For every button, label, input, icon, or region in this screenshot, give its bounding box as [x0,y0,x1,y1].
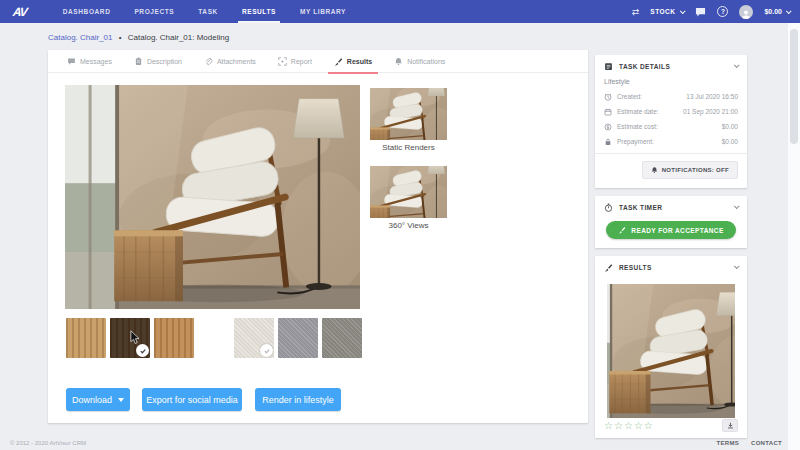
render-in-lifestyle-button[interactable]: Render in lifestyle [255,388,341,411]
avatar[interactable] [739,5,753,19]
footer-links: TERMS CONTACT [717,440,782,446]
nav-item-projects[interactable]: PROJECTS [122,0,186,23]
bell-icon [394,57,403,66]
task-category: Lifestyle [595,77,747,89]
navbar-right: ⇄ STOCK ? $0.00 [632,5,790,19]
nav-item-my-library[interactable]: MY LIBRARY [288,0,358,23]
terms-link[interactable]: TERMS [717,440,740,446]
brush-icon [604,263,613,272]
nav-item-results[interactable]: RESULTS [230,0,288,23]
detail-label: Created: [617,93,642,100]
detail-value: $0.00 [722,138,738,145]
result-preview-image[interactable] [607,284,735,418]
download-icon [727,422,734,429]
contact-link[interactable]: CONTACT [751,440,782,446]
tab-messages[interactable]: Messages [56,50,123,73]
chevron-down-icon [680,8,686,14]
selected-check-icon [136,344,149,357]
detail-value: 13 Jul 2020 16:50 [686,93,738,100]
app-logo[interactable]: AV [12,5,27,19]
notifications-toggle-label: NOTIFICATIONS: OFF [662,167,729,173]
export-social-media-button[interactable]: Export for social media [142,388,242,411]
star-rating[interactable]: ☆☆☆☆☆ [604,421,654,431]
tab-label: Messages [80,58,112,65]
mouse-cursor-icon [130,330,140,345]
tab-results[interactable]: Results [323,50,383,73]
balance-selector[interactable]: $0.00 [764,8,790,15]
breadcrumb-current: Catalog. Chair_01: Modeling [128,33,229,42]
static-renders-thumbnail[interactable] [370,88,447,140]
swatch-fabric-taupe[interactable] [322,318,362,358]
task-details-icon [604,62,613,71]
task-details-panel: TASK DETAILS Lifestyle Created: 13 Jul 2… [595,55,747,188]
detail-value: 01 Sep 2020 21:00 [683,108,738,115]
copyright-text: © 2012 - 2020 ArtVisor CRM [10,440,86,446]
results-title: RESULTS [619,264,652,271]
detail-row-estimate-cost: Estimate cost: $0.00 [595,119,747,134]
clock-icon [604,93,612,101]
tab-attachments[interactable]: Attachments [193,50,267,73]
task-timer-header[interactable]: TASK TIMER [595,196,747,218]
nav-item-dashboard[interactable]: DASHBOARD [51,0,123,23]
caret-down-icon [118,398,124,402]
notifications-toggle-button[interactable]: NOTIFICATIONS: OFF [642,161,738,179]
tab-label: Report [291,58,312,65]
breadcrumb-separator: • [119,33,122,42]
detail-label: Estimate cost: [617,123,658,130]
main-menu: DASHBOARD PROJECTS TASK RESULTS MY LIBRA… [51,0,358,23]
render-label: Render in lifestyle [262,395,334,405]
task-details-header[interactable]: TASK DETAILS [595,55,747,77]
static-renders-label: Static Renders [370,143,447,152]
nav-item-task[interactable]: TASK [186,0,230,23]
tab-label: Notifications [407,58,445,65]
calendar-icon [604,108,612,116]
tab-description[interactable]: Description [123,50,193,73]
top-navbar: AV DASHBOARD PROJECTS TASK RESULTS MY LI… [0,0,800,23]
views-360-thumbnail[interactable] [370,166,447,218]
breadcrumb-parent-link[interactable]: Catalog. Chair_01 [48,33,112,42]
scrollbar-thumb[interactable] [790,29,798,144]
result-download-button[interactable] [722,419,738,432]
swatch-wood-dark-walnut[interactable] [110,318,150,358]
task-tabs: Messages Description Attachments Report … [48,50,588,73]
main-render-image[interactable] [65,85,360,309]
chevron-down-icon [786,8,792,14]
swatch-fabric-cream[interactable] [234,318,274,358]
task-details-title: TASK DETAILS [619,63,670,70]
chevron-down-icon[interactable] [734,62,740,68]
cost-icon [604,123,612,131]
clipboard-icon [134,57,143,66]
detail-row-estimate-date: Estimate date: 01 Sep 2020 21:00 [595,104,747,119]
swatch-wood-medium-oak[interactable] [154,318,194,358]
swatch-wood-light-oak[interactable] [66,318,106,358]
download-label: Download [72,395,112,405]
views-360-label: 360° Views [370,221,447,230]
selected-check-icon [260,344,273,357]
detail-label: Estimate date: [617,108,659,115]
tab-notifications[interactable]: Notifications [383,50,456,73]
ready-for-acceptance-label: READY FOR ACCEPTANCE [631,227,723,234]
export-label: Export for social media [146,395,238,405]
task-timer-title: TASK TIMER [619,204,662,211]
brush-icon [618,226,626,234]
tab-label: Attachments [217,58,256,65]
chat-icon [67,57,76,66]
stock-label: STOCK [650,8,675,15]
detail-value: $0.00 [722,123,738,130]
messages-icon[interactable] [695,7,706,17]
tab-report[interactable]: Report [267,50,323,73]
chevron-down-icon[interactable] [734,203,740,209]
ready-for-acceptance-button[interactable]: READY FOR ACCEPTANCE [606,221,735,239]
page-scrollbar [787,23,800,450]
stopwatch-icon [604,203,613,212]
bell-icon [651,166,658,174]
stock-selector[interactable]: STOCK [650,8,684,15]
download-button[interactable]: Download [66,388,130,411]
chevron-down-icon[interactable] [734,263,740,269]
help-icon[interactable]: ? [717,6,728,17]
transfer-icon[interactable]: ⇄ [632,7,640,17]
swatch-fabric-grey[interactable] [278,318,318,358]
results-header[interactable]: RESULTS [595,256,747,278]
tab-label: Results [347,58,372,65]
report-icon [278,57,287,66]
